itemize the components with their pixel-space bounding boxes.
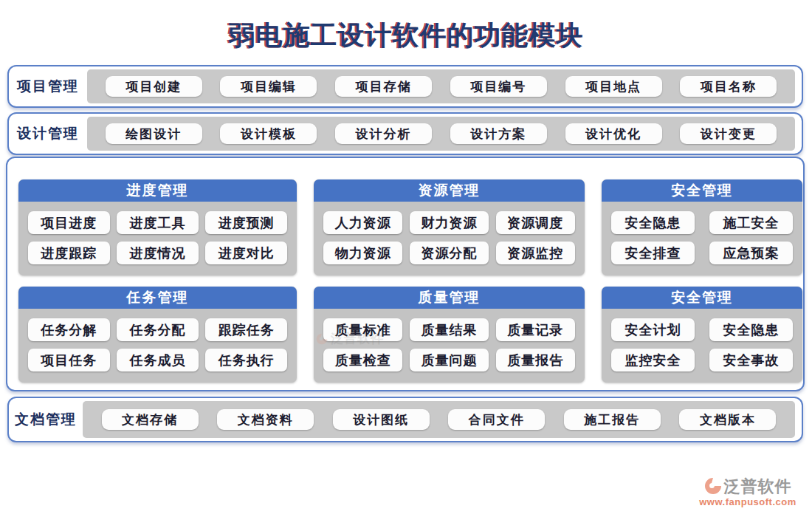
panel-resource-management-header: 资源管理 <box>314 179 585 202</box>
module-button-safety-monitoring[interactable]: 监控安全 <box>611 349 695 372</box>
section-project-management: 项目管理 项目创建 项目编辑 项目存储 项目编号 项目地点 项目名称 <box>7 65 803 108</box>
module-button-document-versions[interactable]: 文档版本 <box>679 409 776 430</box>
panel-safety-management-bottom-body: 安全计划 安全隐患 监控安全 安全事故 <box>602 309 802 383</box>
panel-task-management-header: 任务管理 <box>18 287 297 309</box>
module-button-material-resources[interactable]: 物力资源 <box>323 242 402 264</box>
module-button-financial-resources[interactable]: 财力资源 <box>410 211 489 234</box>
design-button-bar: 绘图设计 设计模板 设计分析 设计方案 设计优化 设计变更 <box>87 117 795 151</box>
panel-resource-management: 资源管理 人力资源 财力资源 资源调度 物力资源 资源分配 资源监控 <box>314 179 585 275</box>
module-button-emergency-plan[interactable]: 应急预案 <box>709 242 793 264</box>
module-button-project-progress[interactable]: 项目进度 <box>28 211 110 234</box>
module-button-quality-inspection[interactable]: 质量检查 <box>323 349 402 372</box>
section-document-management: 文档管理 文档存储 文档资料 设计图纸 合同文件 施工报告 文档版本 <box>7 397 803 442</box>
module-button-project-tasks[interactable]: 项目任务 <box>28 349 110 372</box>
module-button-design-analysis[interactable]: 设计分析 <box>335 123 432 144</box>
panel-task-management-body: 任务分解 任务分配 跟踪任务 项目任务 任务成员 任务执行 <box>18 309 297 383</box>
central-modules-container: 进度管理 项目进度 进度工具 进度预测 进度跟踪 进度情况 进度对比 资源管理 … <box>6 157 805 391</box>
panel-safety-management-bottom: 安全管理 安全计划 安全隐患 监控安全 安全事故 <box>602 287 802 383</box>
section-document-management-label: 文档管理 <box>9 410 83 429</box>
module-button-safety-hazards[interactable]: 安全隐患 <box>611 211 695 234</box>
brand-url[interactable]: www.fanpusoft.com <box>692 496 803 507</box>
module-button-progress-status[interactable]: 进度情况 <box>117 242 199 264</box>
module-button-safety-hazards-2[interactable]: 安全隐患 <box>709 318 793 341</box>
panel-safety-management-top: 安全管理 安全隐患 施工安全 安全排查 应急预案 <box>602 179 802 275</box>
module-button-quality-results[interactable]: 质量结果 <box>410 318 489 341</box>
module-button-task-breakdown[interactable]: 任务分解 <box>28 318 110 341</box>
module-button-quality-reports[interactable]: 质量报告 <box>496 349 575 372</box>
module-button-project-location[interactable]: 项目地点 <box>565 76 662 97</box>
module-button-project-name[interactable]: 项目名称 <box>680 76 777 97</box>
module-button-safety-inspection[interactable]: 安全排查 <box>611 242 695 264</box>
module-button-drawing-design[interactable]: 绘图设计 <box>106 123 202 144</box>
module-button-quality-records[interactable]: 质量记录 <box>496 318 575 341</box>
module-button-task-tracking[interactable]: 跟踪任务 <box>205 318 287 341</box>
module-button-document-storage[interactable]: 文档存储 <box>102 409 199 430</box>
module-button-design-template[interactable]: 设计模板 <box>220 123 317 144</box>
panel-task-management: 任务管理 任务分解 任务分配 跟踪任务 项目任务 任务成员 任务执行 <box>18 287 297 383</box>
brand-name: 泛普软件 <box>724 479 792 495</box>
panel-quality-management-body: 质量标准 质量结果 质量记录 质量检查 质量问题 质量报告 <box>314 309 585 383</box>
module-button-resource-allocation[interactable]: 资源分配 <box>410 242 489 264</box>
module-button-task-members[interactable]: 任务成员 <box>117 349 199 372</box>
project-button-bar: 项目创建 项目编辑 项目存储 项目编号 项目地点 项目名称 <box>87 69 795 103</box>
brand-footer: 泛普软件 www.fanpusoft.com <box>692 477 803 507</box>
fanpu-logo-icon <box>704 477 722 495</box>
section-design-management-label: 设计管理 <box>9 124 87 143</box>
panel-resource-management-body: 人力资源 财力资源 资源调度 物力资源 资源分配 资源监控 <box>314 202 585 275</box>
module-button-project-storage[interactable]: 项目存储 <box>335 76 432 97</box>
module-button-safety-accidents[interactable]: 安全事故 <box>709 349 793 372</box>
section-project-management-label: 项目管理 <box>9 77 87 96</box>
module-button-design-scheme[interactable]: 设计方案 <box>450 123 547 144</box>
module-button-human-resources[interactable]: 人力资源 <box>323 211 402 234</box>
panel-progress-management-header: 进度管理 <box>18 179 297 202</box>
panel-quality-management-header: 质量管理 <box>314 287 585 309</box>
module-button-resource-monitoring[interactable]: 资源监控 <box>496 242 575 264</box>
panel-safety-management-top-body: 安全隐患 施工安全 安全排查 应急预案 <box>602 202 802 275</box>
module-button-design-drawings[interactable]: 设计图纸 <box>333 409 430 430</box>
panel-safety-management-bottom-header: 安全管理 <box>602 287 802 309</box>
module-button-project-number[interactable]: 项目编号 <box>450 76 547 97</box>
panel-quality-management: 质量管理 质量标准 质量结果 质量记录 质量检查 质量问题 质量报告 <box>314 287 585 383</box>
module-button-progress-tools[interactable]: 进度工具 <box>117 211 199 234</box>
page: 弱电施工设计软件的功能模块 项目管理 项目创建 项目编辑 项目存储 项目编号 项… <box>0 0 812 517</box>
module-button-contract-files[interactable]: 合同文件 <box>448 409 545 430</box>
page-title: 弱电施工设计软件的功能模块 <box>0 18 812 54</box>
section-design-management: 设计管理 绘图设计 设计模板 设计分析 设计方案 设计优化 设计变更 <box>7 112 803 155</box>
module-button-document-materials[interactable]: 文档资料 <box>217 409 314 430</box>
panel-progress-management: 进度管理 项目进度 进度工具 进度预测 进度跟踪 进度情况 进度对比 <box>18 179 297 275</box>
module-button-safety-plan[interactable]: 安全计划 <box>611 318 695 341</box>
module-button-construction-reports[interactable]: 施工报告 <box>564 409 661 430</box>
module-button-quality-issues[interactable]: 质量问题 <box>410 349 489 372</box>
panel-progress-management-body: 项目进度 进度工具 进度预测 进度跟踪 进度情况 进度对比 <box>18 202 297 275</box>
module-button-project-create[interactable]: 项目创建 <box>106 76 202 97</box>
module-button-task-execution[interactable]: 任务执行 <box>205 349 287 372</box>
module-button-progress-tracking[interactable]: 进度跟踪 <box>28 242 110 264</box>
module-button-resource-scheduling[interactable]: 资源调度 <box>496 211 575 234</box>
document-button-bar: 文档存储 文档资料 设计图纸 合同文件 施工报告 文档版本 <box>83 401 795 438</box>
module-button-design-change[interactable]: 设计变更 <box>680 123 777 144</box>
panel-safety-management-top-header: 安全管理 <box>602 179 802 202</box>
module-button-project-edit[interactable]: 项目编辑 <box>220 76 317 97</box>
module-button-task-assignment[interactable]: 任务分配 <box>117 318 199 341</box>
module-button-progress-forecast[interactable]: 进度预测 <box>205 211 287 234</box>
module-button-design-optimization[interactable]: 设计优化 <box>565 123 662 144</box>
module-button-construction-safety[interactable]: 施工安全 <box>709 211 793 234</box>
module-button-progress-compare[interactable]: 进度对比 <box>205 242 287 264</box>
module-button-quality-standards[interactable]: 质量标准 <box>323 318 402 341</box>
